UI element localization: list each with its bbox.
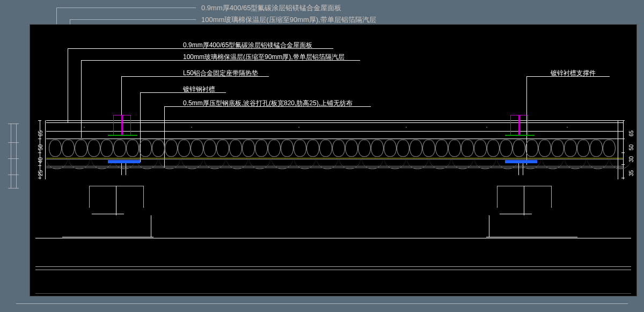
gasket-right [505, 135, 535, 136]
dim-left-40: 40 [38, 157, 43, 163]
clip-seat-left-2 [122, 115, 131, 135]
purlin-right [497, 186, 552, 208]
clip-seat-left [113, 115, 122, 135]
dim-left-25: 25 [38, 170, 43, 176]
dim-left-50: 50 [38, 144, 43, 150]
bg-label-roof: 0.9mm厚400/65型氟碳涂层铝镁锰合金屋面板 [201, 3, 342, 13]
dim-left-65: 65 [38, 130, 43, 136]
dim-right-65: 65 [628, 130, 634, 136]
purlin-left [89, 186, 144, 208]
bg-label-insulation: 100mm玻璃棉保温层(压缩至90mm厚),带单层铝箔隔汽层 [201, 15, 376, 25]
dim-right-35: 35 [628, 170, 634, 176]
dim-right-50: 50 [628, 144, 634, 150]
clip-seat-right-2 [519, 115, 528, 135]
gasket-left [108, 135, 137, 136]
clip-seat-right [510, 115, 519, 135]
cad-viewport[interactable]: 0.9mm厚400/65型氟碳涂层铝镁锰合金屋面板 100mm玻璃棉保温层(压缩… [30, 24, 637, 296]
